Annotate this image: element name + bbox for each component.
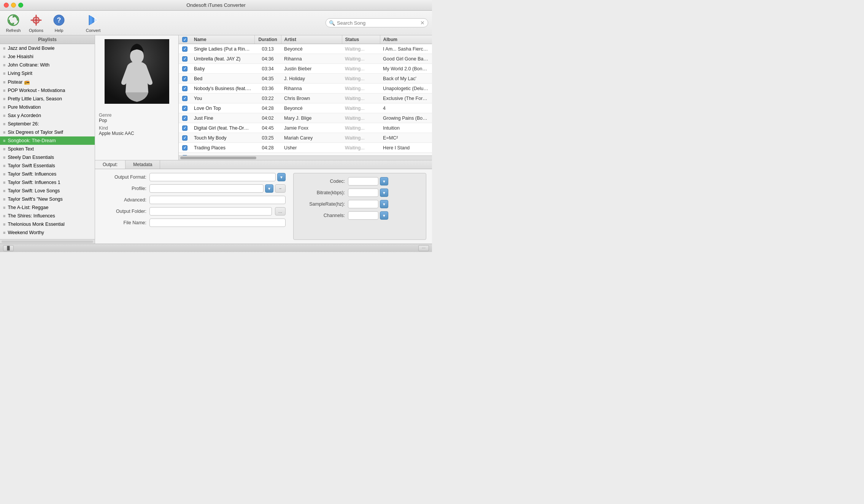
profile-dropdown[interactable]: ▼ — [265, 184, 273, 193]
table-row[interactable]: Nobody's Business (feat. Chris Brown) 03… — [179, 84, 432, 94]
row-check[interactable] — [179, 96, 191, 101]
advanced-input[interactable]: Codec=mp3, Channel=2, SampleRate=44100 H… — [149, 196, 286, 204]
table-row[interactable]: Umbrella (feat. JAY Z) 04:36 Rihanna Wai… — [179, 54, 432, 64]
sidebar-item-pistear[interactable]: ≡Pistear 📻 — [0, 78, 95, 86]
svg-text:?: ? — [57, 16, 61, 24]
sidebar-item-pop-workout[interactable]: ≡POP Workout - Motivationa — [0, 86, 95, 95]
tab-output[interactable]: Output: — [95, 160, 125, 169]
sidebar-item-living-spirit[interactable]: ≡Living Spirit — [0, 69, 95, 78]
table-row[interactable]: Suffocate 03:40 J. Holiday Waiting... Ba… — [179, 153, 432, 155]
sidebar-item-taylor-swift-influences-1[interactable]: ≡Taylor Swift: Influences 1 — [0, 178, 95, 187]
codec-label: Codec: — [299, 179, 345, 184]
row-checkbox-5[interactable] — [182, 96, 187, 101]
sidebar-item-pure-motivation[interactable]: ≡Pure Motivation — [0, 103, 95, 111]
row-duration: 03:34 — [254, 65, 281, 73]
minimize-button[interactable] — [11, 3, 16, 8]
sidebar-scrollbar[interactable] — [0, 239, 95, 244]
row-check[interactable] — [179, 66, 191, 71]
output-folder-input[interactable]: /Users/Joyce/Music/Ondesoft iTunes Conve… — [149, 207, 272, 216]
channels-dropdown[interactable]: ▼ — [380, 211, 388, 220]
file-name-input[interactable]: Single Ladies (Put a Ring on It) Beyoncé… — [149, 219, 286, 227]
table-row[interactable]: Single Ladies (Put a Ring on It) 03:13 B… — [179, 44, 432, 54]
close-button[interactable] — [4, 3, 9, 8]
sidebar-item-thelonious-monk[interactable]: ≡Thelonious Monk Essential — [0, 220, 95, 228]
header-check[interactable] — [179, 35, 191, 44]
bitrate-dropdown[interactable]: ▼ — [380, 189, 388, 197]
sidebar-item-shires-influences[interactable]: ≡The Shires: Influences — [0, 212, 95, 220]
bottom-panel: Output: Metadata Output Format: MP3 - MP… — [95, 160, 432, 244]
table-row[interactable]: You 03:22 Chris Brown Waiting... Exclusi… — [179, 94, 432, 103]
sidebar-item-songbook-the-dream[interactable]: ≡Songbook: The-Dream — [0, 136, 95, 145]
row-check[interactable] — [179, 56, 191, 62]
row-checkbox-6[interactable] — [182, 106, 187, 111]
row-check[interactable] — [179, 106, 191, 111]
row-duration: 03:22 — [254, 95, 281, 102]
select-all-checkbox[interactable] — [182, 37, 187, 42]
table-row[interactable]: Bed 04:35 J. Holiday Waiting... Back of … — [179, 74, 432, 84]
samplerate-dropdown[interactable]: ▼ — [380, 200, 388, 208]
sidebar-item-a-list-reggae[interactable]: ≡The A-List: Reggae — [0, 203, 95, 212]
row-checkbox-8[interactable] — [182, 125, 187, 131]
row-checkbox-7[interactable] — [182, 116, 187, 121]
sidebar-item-taylor-swift-essentials[interactable]: ≡Taylor Swift Essentials — [0, 162, 95, 170]
sidebar: Playlists ≡Jazz and David Bowie≡Joe Hisa… — [0, 35, 95, 244]
sidebar-item-taylor-swift-new[interactable]: ≡Taylor Swift's "New Songs — [0, 195, 95, 203]
sidebar-item-weekend-worthy[interactable]: ≡Weekend Worthy — [0, 228, 95, 237]
row-check[interactable] — [179, 86, 191, 91]
tab-metadata[interactable]: Metadata — [125, 160, 160, 169]
sidebar-item-pretty-little-liars[interactable]: ≡Pretty Little Liars, Season — [0, 95, 95, 103]
svg-marker-6 — [94, 17, 98, 24]
maximize-button[interactable] — [18, 3, 23, 8]
table-row[interactable]: Just Fine 04:02 Mary J. Blige Waiting...… — [179, 113, 432, 123]
output-format-dropdown[interactable]: ▼ — [277, 173, 286, 181]
row-check[interactable] — [179, 125, 191, 131]
table-scrollbar-h[interactable] — [179, 155, 432, 160]
top-content: Genre Pop Kind Apple Music AAC Name Dura… — [95, 35, 432, 160]
sidebar-item-sax-acordeon[interactable]: ≡Sax y Acordeón — [0, 111, 95, 120]
sidebar-item-joe-hisaishi[interactable]: ≡Joe Hisaishi — [0, 52, 95, 61]
search-input[interactable] — [337, 20, 418, 26]
row-check[interactable] — [179, 135, 191, 141]
col-duration: Duration — [255, 35, 281, 44]
row-check[interactable] — [179, 116, 191, 121]
refresh-button[interactable]: Refresh — [4, 13, 23, 33]
sidebar-item-label: POP Workout - Motivationa — [8, 88, 65, 93]
help-button[interactable]: ? Help — [49, 13, 68, 33]
row-checkbox-4[interactable] — [182, 86, 187, 91]
sidebar-item-taylor-swift-love[interactable]: ≡Taylor Swift: Love Songs — [0, 187, 95, 195]
codec-dropdown[interactable]: ▼ — [380, 177, 388, 185]
playlist-icon: ≡ — [3, 80, 5, 84]
row-checkbox-3[interactable] — [182, 76, 187, 81]
sidebar-item-six-degrees[interactable]: ≡Six Degrees of Taylor Swif — [0, 128, 95, 136]
table-row[interactable]: Digital Girl (feat. The-Dream) 04:45 Jam… — [179, 123, 432, 133]
sidebar-item-september-26[interactable]: ≡September 26: — [0, 120, 95, 128]
options-button[interactable]: Options — [27, 13, 46, 33]
advanced-row: Advanced: Codec=mp3, Channel=2, SampleRa… — [101, 196, 286, 204]
table-row[interactable]: Touch My Body 03:25 Mariah Carey Waiting… — [179, 133, 432, 143]
table-row[interactable]: Baby 03:34 Justin Bieber Waiting... My W… — [179, 64, 432, 74]
convert-button[interactable]: Convert — [84, 13, 103, 33]
row-checkbox-1[interactable] — [182, 56, 187, 62]
row-check[interactable] — [179, 76, 191, 81]
row-checkbox-2[interactable] — [182, 66, 187, 71]
kind-label: Kind — [99, 125, 175, 131]
profile-edit-btn[interactable]: − — [275, 184, 286, 193]
row-check[interactable] — [179, 145, 191, 151]
more-btn[interactable]: ⋯ — [418, 245, 429, 251]
sidebar-item-john-coltrane[interactable]: ≡John Coltrane: With — [0, 61, 95, 69]
search-clear-icon[interactable]: ✕ — [420, 20, 425, 26]
row-checkbox-9[interactable] — [182, 135, 187, 141]
sidebar-item-taylor-swift-influences[interactable]: ≡Taylor Swift: Influences — [0, 170, 95, 178]
refresh-label: Refresh — [6, 28, 21, 33]
table-row[interactable]: Love On Top 04:28 Beyoncé Waiting... 4 — [179, 103, 432, 113]
play-pause-btn[interactable]: ▐▌ — [3, 245, 14, 251]
sidebar-item-steely-dan[interactable]: ≡Steely Dan Essentials — [0, 153, 95, 162]
sidebar-item-spoken-text[interactable]: ≡Spoken Text — [0, 145, 95, 153]
row-check[interactable] — [179, 46, 191, 52]
bottom-left: Output Format: MP3 - MPEG-1 Audio Layer … — [101, 173, 286, 240]
output-folder-browse-btn[interactable]: … — [275, 207, 286, 216]
row-checkbox-0[interactable] — [182, 46, 187, 52]
table-row[interactable]: Trading Places 04:28 Usher Waiting... He… — [179, 143, 432, 153]
row-checkbox-10[interactable] — [182, 145, 187, 151]
sidebar-item-jazz-david-bowie[interactable]: ≡Jazz and David Bowie — [0, 44, 95, 52]
